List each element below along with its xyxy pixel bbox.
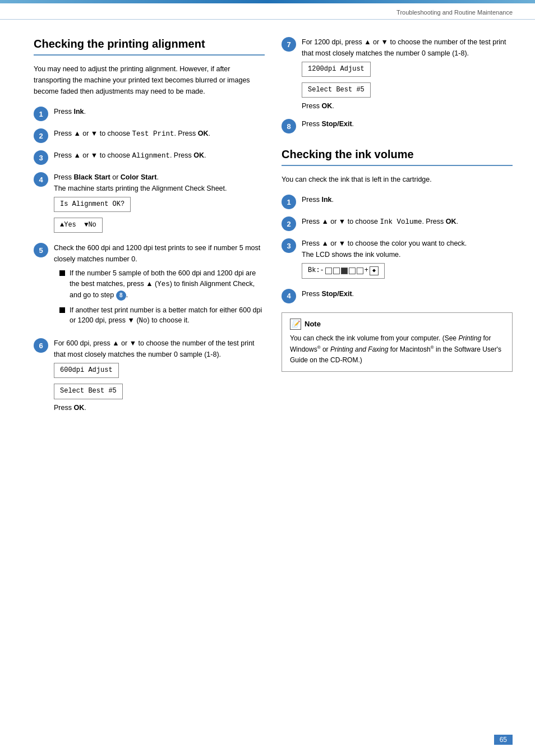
step-badge-1: 1: [34, 107, 48, 121]
s2-step-4-content: Press Stop/Exit.: [302, 288, 513, 299]
step-7: 7 For 1200 dpi, press ▲ or ▼ to choose t…: [282, 36, 513, 112]
lcd-600dpi-adjust: 600dpi Adjust: [54, 363, 119, 378]
section2-title: Checking the ink volume: [282, 147, 513, 166]
step-3: 3 Press ▲ or ▼ to choose Alignment. Pres…: [34, 150, 265, 165]
note-header: 📝 Note: [290, 319, 504, 330]
header-text: Troubleshooting and Routine Maintenance: [396, 9, 513, 16]
step-6-content: For 600 dpi, press ▲ or ▼ to choose the …: [54, 338, 265, 413]
right-column: 7 For 1200 dpi, press ▲ or ▼ to choose t…: [282, 36, 513, 420]
ink-seg-3: [341, 268, 348, 274]
s2-step-3: 3 Press ▲ or ▼ to choose the color you w…: [282, 238, 513, 281]
lcd-1200dpi-adjust: 1200dpi Adjust: [302, 62, 371, 77]
ink-seg-2: [333, 268, 340, 274]
step-badge-6: 6: [34, 338, 48, 353]
note-text: You can check the ink volume from your c…: [290, 333, 504, 366]
page-header: Troubleshooting and Routine Maintenance: [0, 3, 535, 20]
bullet-5-1: If the number 5 sample of both the 600 d…: [59, 268, 265, 300]
ink-seg-5: [357, 268, 363, 274]
bullet-5-2-text: If another test print number is a better…: [70, 305, 265, 327]
bullet-icon-2: [59, 307, 65, 313]
step-8: 8 Press Stop/Exit.: [282, 118, 513, 133]
s2-step-4: 4 Press Stop/Exit.: [282, 288, 513, 303]
step-badge-2: 2: [34, 128, 48, 143]
bullet-5-1-text: If the number 5 sample of both the 600 d…: [70, 268, 265, 300]
section1-intro: You may need to adjust the printing alig…: [34, 63, 265, 97]
lcd-alignment-ok: Is Alignment OK?: [54, 197, 131, 212]
step-8-content: Press Stop/Exit.: [302, 118, 513, 130]
s2-step-badge-4: 4: [282, 289, 296, 303]
step-2-content: Press ▲ or ▼ to choose Test Print. Press…: [54, 128, 265, 140]
lcd-select-best-1200: Select Best #5: [302, 82, 371, 98]
step-1-content: Press Ink.: [54, 106, 265, 117]
section2-intro: You can check the ink that is left in th…: [282, 174, 513, 185]
step-badge-5: 5: [34, 243, 48, 257]
lcd-select-best-600: Select Best #5: [54, 384, 123, 399]
lcd-yes-no: ▲Yes ▼No: [54, 218, 103, 233]
bullet-icon: [59, 270, 65, 276]
step-ref-8: 8: [116, 291, 126, 301]
step-5-bullets: If the number 5 sample of both the 600 d…: [59, 268, 265, 326]
s2-step-2-content: Press ▲ or ▼ to choose Ink Volume. Press…: [302, 216, 513, 228]
s2-step-badge-1: 1: [282, 195, 296, 209]
note-box: 📝 Note You can check the ink volume from…: [282, 312, 513, 372]
step-badge-3: 3: [34, 150, 48, 165]
ink-arrow-btn: ◆: [370, 266, 379, 275]
step-2: 2 Press ▲ or ▼ to choose Test Print. Pre…: [34, 128, 265, 143]
step-badge-7: 7: [282, 37, 296, 52]
step-7-content: For 1200 dpi, press ▲ or ▼ to choose the…: [302, 36, 513, 112]
step-4-content: Press Black Start or Color Start. The ma…: [54, 172, 265, 236]
note-icon: 📝: [290, 319, 301, 330]
lcd-ink-volume: Bk:- + ◆: [302, 263, 385, 278]
section1-title: Checking the printing alignment: [34, 36, 265, 56]
step-5-content: Check the 600 dpi and 1200 dpi test prin…: [54, 242, 265, 331]
s2-step-badge-3: 3: [282, 238, 296, 253]
step-badge-8: 8: [282, 119, 296, 133]
step-badge-4: 4: [34, 172, 48, 187]
s2-step-1-content: Press Ink.: [302, 194, 513, 205]
s2-step-2: 2 Press ▲ or ▼ to choose Ink Volume. Pre…: [282, 216, 513, 231]
ink-seg-1: [325, 268, 332, 274]
step-6: 6 For 600 dpi, press ▲ or ▼ to choose th…: [34, 338, 265, 413]
s2-step-1: 1 Press Ink.: [282, 194, 513, 209]
note-label: Note: [305, 319, 321, 330]
step-5: 5 Check the 600 dpi and 1200 dpi test pr…: [34, 242, 265, 331]
left-column: Checking the printing alignment You may …: [34, 36, 265, 420]
ink-seg-4: [349, 268, 356, 274]
step-1: 1 Press Ink.: [34, 106, 265, 121]
bullet-5-2: If another test print number is a better…: [59, 305, 265, 327]
page-number: 65: [494, 735, 513, 745]
s2-step-badge-2: 2: [282, 216, 296, 231]
s2-step-3-content: Press ▲ or ▼ to choose the color you wan…: [302, 238, 513, 281]
step-3-content: Press ▲ or ▼ to choose Alignment. Press …: [54, 150, 265, 162]
step-4: 4 Press Black Start or Color Start. The …: [34, 172, 265, 236]
